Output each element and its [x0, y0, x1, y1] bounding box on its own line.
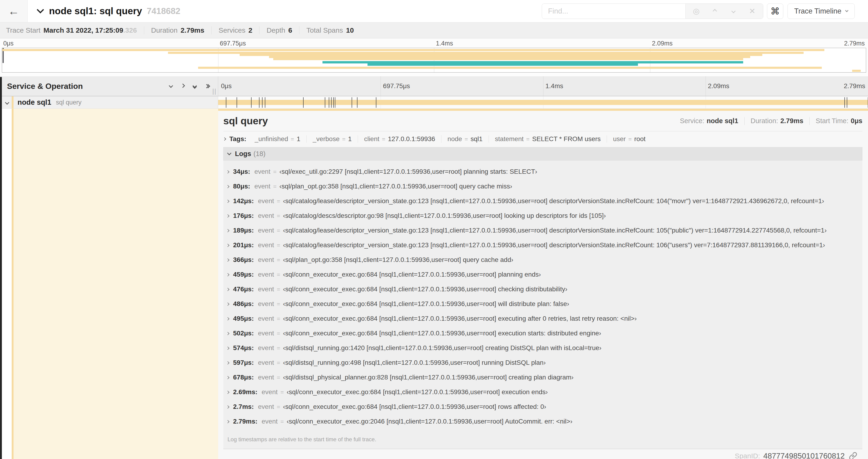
- deep-link-icon[interactable]: [849, 452, 857, 459]
- log-entry[interactable]: 502μs:event=‹sql/conn_executor_exec.go:6…: [226, 330, 862, 339]
- log-entry[interactable]: 597μs:event=‹sql/distsql_running.go:498 …: [226, 359, 862, 368]
- log-field-key: event: [258, 330, 274, 337]
- chevron-right-icon: [226, 170, 229, 173]
- span-row: node sql1 sql query: [0, 96, 868, 109]
- chevron-down-icon: [37, 6, 44, 13]
- chevron-right-icon: [226, 214, 229, 218]
- view-selector-button[interactable]: Trace Timeline: [787, 3, 855, 19]
- log-timestamp: 574μs:: [233, 344, 254, 352]
- summary-label: Services: [219, 26, 245, 34]
- duration-value: 2.79ms: [780, 117, 803, 125]
- clear-find-button[interactable]: ✕: [748, 6, 756, 15]
- find-input[interactable]: [542, 4, 685, 19]
- chevron-right-icon: [226, 403, 229, 410]
- log-entry[interactable]: 34μs:event=‹sql/exec_util.go:2297 [nsql1…: [226, 168, 862, 177]
- span-bar-lane[interactable]: [218, 96, 868, 108]
- log-field-key: event: [258, 241, 274, 249]
- service-operation-title: Service & Operation: [7, 81, 83, 91]
- next-match-button[interactable]: [730, 9, 738, 12]
- tags-row[interactable]: Tags: _unfinished=1_verbose=1client=127.…: [223, 131, 862, 147]
- log-entry[interactable]: 189μs:event=‹sql/catalog/lease/descripto…: [226, 227, 862, 236]
- log-timestamp: 597μs:: [233, 359, 254, 366]
- log-entry[interactable]: 574μs:event=‹sql/distsql_running.go:1420…: [226, 344, 862, 354]
- span-detail-header: sql query Service:node sql1 Duration:2.7…: [223, 111, 862, 131]
- logs-header[interactable]: Logs (18): [223, 147, 862, 160]
- logs-footer-note: Log timestamps are relative to the start…: [226, 432, 862, 447]
- log-equals: =: [277, 227, 280, 234]
- log-timestamp: 476μs:: [233, 286, 254, 293]
- log-entry[interactable]: 486μs:event=‹sql/conn_executor_exec.go:6…: [226, 300, 862, 309]
- keyboard-shortcuts-button[interactable]: ⌘: [767, 3, 783, 19]
- log-field-key: event: [261, 418, 278, 425]
- column-resizer-handle[interactable]: ||: [212, 88, 217, 95]
- chevron-right-icon: [226, 420, 229, 423]
- log-entry[interactable]: 2.69ms:event=‹sql/conn_executor_exec.go:…: [226, 388, 862, 398]
- ruler-gridline: [380, 76, 381, 96]
- expand-all-button[interactable]: [205, 85, 210, 88]
- span-collapse-chevron[interactable]: [6, 101, 9, 105]
- spanid-label: SpanID:: [735, 452, 760, 459]
- minimap-span-bar: [168, 52, 804, 54]
- log-field-key: event: [258, 403, 274, 411]
- span-detail-row: sql query Service:node sql1 Duration:2.7…: [0, 109, 868, 459]
- chevron-right-icon: [226, 212, 229, 219]
- span-detail-highlight: [13, 109, 218, 459]
- log-entry[interactable]: 459μs:event=‹sql/conn_executor_exec.go:6…: [226, 271, 862, 280]
- log-marker-tick: [303, 97, 304, 108]
- log-entry[interactable]: 2.7ms:event=‹sql/conn_executor_exec.go:6…: [226, 403, 862, 412]
- log-entry[interactable]: 2.79ms:event=‹sql/conn_executor_exec.go:…: [226, 418, 862, 427]
- match-highlight-button[interactable]: ◎: [692, 6, 701, 15]
- minimap-span-bar: [368, 63, 638, 66]
- log-entry[interactable]: 201μs:event=‹sql/catalog/lease/descripto…: [226, 241, 862, 251]
- back-button[interactable]: ←: [0, 0, 28, 22]
- log-entry[interactable]: 142μs:event=‹sql/catalog/lease/descripto…: [226, 197, 862, 207]
- trace-id: 7418682: [147, 6, 180, 16]
- duration-label: Duration:: [751, 117, 778, 125]
- log-entry[interactable]: 678μs:event=‹sql/distsql_physical_planne…: [226, 374, 862, 383]
- chevron-right-icon: [226, 405, 229, 408]
- divider: [809, 117, 810, 125]
- log-timestamp: 366μs:: [233, 256, 254, 264]
- ruler-tick-label: 697.75μs: [383, 82, 410, 90]
- summary-item: Depth6: [259, 26, 299, 34]
- chevron-right-icon: [226, 185, 229, 188]
- window-left-edge: [0, 77, 2, 459]
- chevron-right-icon: [226, 273, 229, 276]
- collapse-one-button[interactable]: [169, 84, 173, 88]
- minimap-canvas[interactable]: [2, 48, 866, 72]
- log-equals: =: [277, 257, 280, 263]
- chevron-right-icon: [226, 241, 229, 248]
- span-row-label[interactable]: node sql1 sql query: [0, 96, 218, 108]
- timeline-ruler: 0μs697.75μs1.4ms2.09ms2.79ms: [218, 76, 868, 96]
- log-entry[interactable]: 80μs:event=‹sql/plan_opt.go:358 [nsql1,c…: [226, 183, 862, 192]
- trace-collapse-chevron[interactable]: [38, 9, 43, 13]
- service-operation-header: Service & Operation ||: [0, 76, 218, 96]
- summary-label: Total Spans: [306, 26, 343, 34]
- log-marker-tick: [265, 97, 265, 108]
- log-field-value: ‹sql/conn_executor_exec.go:684 [nsql1,cl…: [283, 403, 546, 411]
- log-field-value: ‹sql/catalog/lease/descriptor_version_st…: [283, 241, 825, 249]
- service-label: Service:: [680, 117, 705, 125]
- log-entry[interactable]: 495μs:event=‹sql/conn_executor_exec.go:6…: [226, 315, 862, 324]
- log-timestamp: 502μs:: [233, 330, 254, 337]
- log-equals: =: [277, 212, 280, 219]
- prev-match-button[interactable]: [711, 9, 719, 12]
- collapse-all-button[interactable]: [193, 84, 196, 88]
- log-entry[interactable]: 176μs:event=‹sql/catalog/descs/descripto…: [226, 212, 862, 221]
- summary-label: Depth: [267, 26, 285, 34]
- log-field-key: event: [258, 197, 274, 205]
- tag-equals: =: [524, 136, 532, 142]
- log-entry[interactable]: 476μs:event=‹sql/conn_executor_exec.go:6…: [226, 286, 862, 295]
- tag-value: 1: [348, 135, 352, 143]
- log-timestamp: 495μs:: [233, 315, 254, 322]
- log-equals: =: [277, 315, 280, 322]
- chevron-right-icon: [226, 315, 229, 322]
- tag-equals: =: [379, 136, 388, 142]
- log-entry[interactable]: 366μs:event=‹sql/plan_opt.go:358 [nsql1,…: [226, 256, 862, 265]
- ruler-tick-label: 2.79ms: [844, 82, 865, 90]
- expand-one-button[interactable]: [181, 84, 184, 88]
- divider: [744, 117, 745, 125]
- chevron-right-icon: [226, 317, 229, 321]
- summary-item: Duration2.79ms: [144, 26, 211, 34]
- log-timestamp: 486μs:: [233, 300, 254, 308]
